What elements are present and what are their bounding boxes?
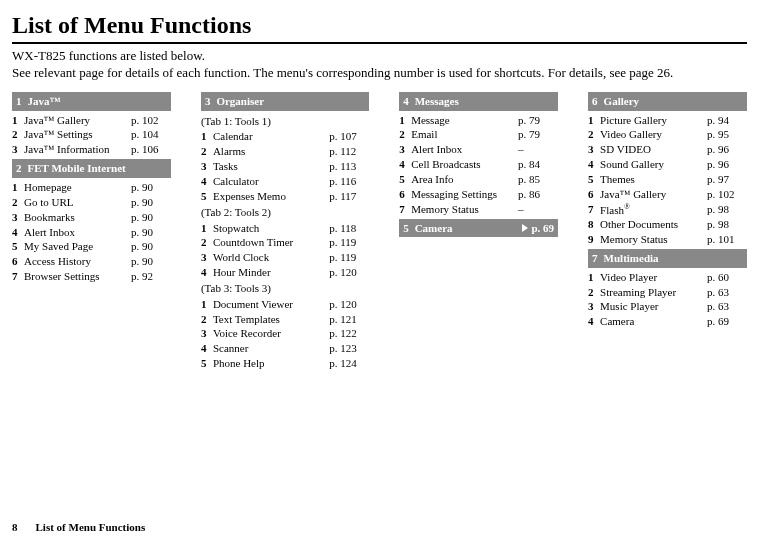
item-number: 4 [12, 225, 24, 240]
item-page: p. 98 [707, 217, 747, 232]
list-item: 5Expenses Memop. 117 [201, 189, 369, 204]
item-page: p. 60 [707, 270, 747, 285]
columns: 1 Java™ 1Java™ Galleryp. 1022Java™ Setti… [12, 90, 747, 371]
item-name: Scanner [213, 341, 329, 356]
arrow-right-icon [522, 224, 528, 232]
item-name: Homepage [24, 180, 131, 195]
list-item: 9Memory Statusp. 101 [588, 232, 747, 247]
tab-label-3: (Tab 3: Tools 3) [201, 280, 369, 297]
item-name: Tasks [213, 159, 329, 174]
item-page: p. 95 [707, 127, 747, 142]
column-2: 3 Organiser (Tab 1: Tools 1) 1Calendarp.… [201, 90, 369, 371]
section-num: 6 [592, 94, 598, 109]
list-organiser-tab1: 1Calendarp. 1072Alarmsp. 1123Tasksp. 113… [201, 129, 369, 203]
section-page-ref: p. 69 [531, 221, 554, 236]
tab-label-1: (Tab 1: Tools 1) [201, 113, 369, 130]
item-name: Countdown Timer [213, 235, 329, 250]
item-name: Calculator [213, 174, 329, 189]
item-number: 1 [12, 180, 24, 195]
item-page: p. 63 [707, 285, 747, 300]
list-item: 1Homepagep. 90 [12, 180, 171, 195]
item-page: p. 92 [131, 269, 171, 284]
item-page: p. 90 [131, 210, 171, 225]
list-item: 4Calculatorp. 116 [201, 174, 369, 189]
item-page: p. 96 [707, 157, 747, 172]
list-item: 6Access Historyp. 90 [12, 254, 171, 269]
list-item: 3Music Playerp. 63 [588, 299, 747, 314]
intro-line-2: See relevant page for details of each fu… [12, 65, 673, 80]
item-name: Alert Inbox [24, 225, 131, 240]
item-name: My Saved Page [24, 239, 131, 254]
footer: 8 List of Menu Functions [12, 521, 145, 535]
list-item: 2Text Templatesp. 121 [201, 312, 369, 327]
item-number: 5 [399, 172, 411, 187]
section-title: Organiser [216, 94, 264, 109]
item-name: Area Info [411, 172, 518, 187]
item-number: 3 [399, 142, 411, 157]
item-name: Memory Status [411, 202, 518, 217]
list-item: 2Emailp. 79 [399, 127, 558, 142]
item-name: Flash® [600, 202, 707, 218]
item-number: 3 [201, 326, 213, 341]
item-page: p. 90 [131, 195, 171, 210]
item-page: p. 84 [518, 157, 558, 172]
item-page: p. 63 [707, 299, 747, 314]
item-number: 3 [201, 250, 213, 265]
section-head-fet: 2 FET Mobile Internet [12, 159, 171, 178]
item-name: Text Templates [213, 312, 329, 327]
item-number: 1 [201, 297, 213, 312]
item-page: p. 90 [131, 239, 171, 254]
item-name: Voice Recorder [213, 326, 329, 341]
item-page: p. 119 [329, 235, 369, 250]
column-3: 4 Messages 1Messagep. 792Emailp. 793Aler… [399, 90, 558, 371]
item-name: Video Gallery [600, 127, 707, 142]
list-item: 3Alert Inbox– [399, 142, 558, 157]
page-title: List of Menu Functions [12, 10, 747, 44]
item-page: p. 102 [707, 187, 747, 202]
list-item: 4Hour Minderp. 120 [201, 265, 369, 280]
item-name: Music Player [600, 299, 707, 314]
item-number: 3 [588, 299, 600, 314]
section-title: Java™ [28, 94, 61, 109]
item-page: p. 90 [131, 254, 171, 269]
list-messages: 1Messagep. 792Emailp. 793Alert Inbox–4Ce… [399, 113, 558, 217]
item-page: p. 94 [707, 113, 747, 128]
list-item: 2Streaming Playerp. 63 [588, 285, 747, 300]
item-number: 2 [588, 285, 600, 300]
item-page: p. 116 [329, 174, 369, 189]
item-page: p. 97 [707, 172, 747, 187]
item-page: p. 112 [329, 144, 369, 159]
item-name: Message [411, 113, 518, 128]
item-page: p. 107 [329, 129, 369, 144]
item-name: Other Documents [600, 217, 707, 232]
item-name: Java™ Settings [24, 127, 131, 142]
item-page: p. 102 [131, 113, 171, 128]
item-page: p. 120 [329, 265, 369, 280]
section-head-organiser: 3 Organiser [201, 92, 369, 111]
section-title: Camera [415, 221, 453, 236]
item-number: 4 [588, 157, 600, 172]
item-number: 7 [588, 202, 600, 218]
item-name: SD VIDEO [600, 142, 707, 157]
item-number: 4 [588, 314, 600, 329]
item-number: 1 [201, 221, 213, 236]
svg-marker-0 [522, 224, 528, 232]
item-number: 2 [201, 235, 213, 250]
item-name: Go to URL [24, 195, 131, 210]
item-number: 5 [201, 189, 213, 204]
list-item: 4Sound Galleryp. 96 [588, 157, 747, 172]
item-page: p. 101 [707, 232, 747, 247]
item-name: Sound Gallery [600, 157, 707, 172]
item-number: 6 [12, 254, 24, 269]
item-name: Stopwatch [213, 221, 329, 236]
list-item: 2Alarmsp. 112 [201, 144, 369, 159]
list-item: 3SD VIDEOp. 96 [588, 142, 747, 157]
list-item: 3Voice Recorderp. 122 [201, 326, 369, 341]
list-item: 4Cell Broadcastsp. 84 [399, 157, 558, 172]
footer-page-number: 8 [12, 521, 18, 535]
item-number: 6 [399, 187, 411, 202]
item-name: Calendar [213, 129, 329, 144]
item-page: – [518, 142, 558, 157]
item-name: Video Player [600, 270, 707, 285]
item-name: Phone Help [213, 356, 329, 371]
